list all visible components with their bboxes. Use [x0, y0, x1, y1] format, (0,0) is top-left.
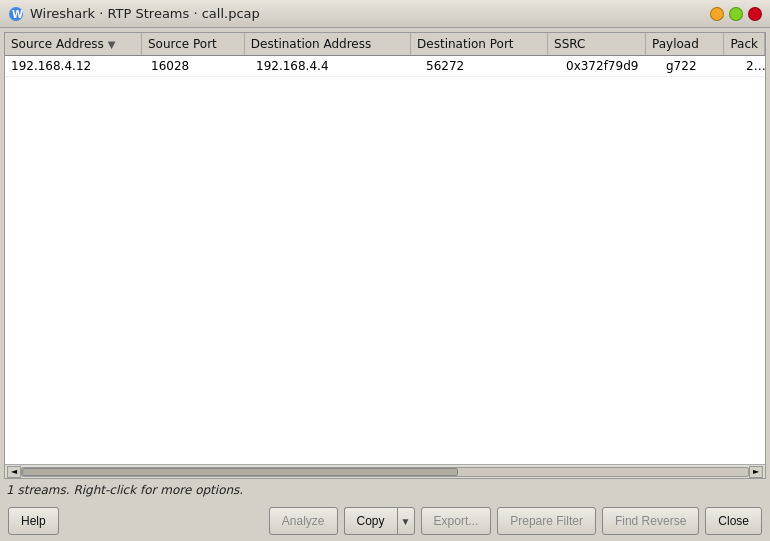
minimize-button[interactable]: [710, 7, 724, 21]
scroll-left-icon: ◄: [11, 467, 17, 476]
status-bar: 1 streams. Right-click for more options.: [0, 479, 770, 501]
window-title: Wireshark · RTP Streams · call.pcap: [30, 6, 260, 21]
maximize-button[interactable]: [729, 7, 743, 21]
title-bar-left: W Wireshark · RTP Streams · call.pcap: [8, 6, 260, 22]
scrollbar-track[interactable]: [21, 467, 749, 477]
table-container: Source Address ▼ Source Port Destination…: [4, 32, 766, 479]
analyze-button[interactable]: Analyze: [269, 507, 338, 535]
cell-source-addr: 192.168.4.12: [5, 56, 145, 76]
find-reverse-button[interactable]: Find Reverse: [602, 507, 699, 535]
export-button[interactable]: Export...: [421, 507, 492, 535]
title-bar: W Wireshark · RTP Streams · call.pcap: [0, 0, 770, 28]
cell-dest-port: 56272: [420, 56, 560, 76]
table-body[interactable]: 192.168.4.12 16028 192.168.4.4 56272 0x3…: [5, 56, 765, 464]
scroll-right-icon: ►: [753, 467, 759, 476]
col-header-dest-addr[interactable]: Destination Address: [245, 33, 411, 55]
copy-button-group: Copy ▼: [344, 507, 415, 535]
cell-ssrc: 0x372f79d9: [560, 56, 660, 76]
wireshark-icon: W: [8, 6, 24, 22]
scrollbar-thumb[interactable]: [22, 468, 458, 476]
dropdown-arrow-icon: ▼: [401, 516, 411, 527]
close-button[interactable]: Close: [705, 507, 762, 535]
col-header-source-addr[interactable]: Source Address ▼: [5, 33, 142, 55]
col-header-pack[interactable]: Pack: [724, 33, 765, 55]
scroll-left-button[interactable]: ◄: [7, 466, 21, 478]
copy-dropdown-button[interactable]: ▼: [397, 507, 415, 535]
sort-arrow-icon: ▼: [108, 39, 116, 50]
scroll-right-button[interactable]: ►: [749, 466, 763, 478]
col-header-dest-port[interactable]: Destination Port: [411, 33, 548, 55]
table-row[interactable]: 192.168.4.12 16028 192.168.4.4 56272 0x3…: [5, 56, 765, 77]
col-header-payload[interactable]: Payload: [646, 33, 724, 55]
cell-payload: g722: [660, 56, 740, 76]
table-header: Source Address ▼ Source Port Destination…: [5, 33, 765, 56]
status-text: 1 streams. Right-click for more options.: [6, 483, 243, 497]
copy-button[interactable]: Copy: [344, 507, 397, 535]
title-bar-controls: [710, 7, 762, 21]
horizontal-scrollbar[interactable]: ◄ ►: [5, 464, 765, 478]
cell-dest-addr: 192.168.4.4: [250, 56, 420, 76]
col-header-source-port[interactable]: Source Port: [142, 33, 245, 55]
cell-pack: 2449: [740, 56, 765, 76]
prepare-filter-button[interactable]: Prepare Filter: [497, 507, 596, 535]
help-button[interactable]: Help: [8, 507, 59, 535]
col-header-ssrc[interactable]: SSRC: [548, 33, 646, 55]
main-content: Source Address ▼ Source Port Destination…: [0, 28, 770, 541]
svg-text:W: W: [12, 9, 23, 20]
button-bar: Help Analyze Copy ▼ Export... Prepare Fi…: [0, 501, 770, 541]
cell-source-port: 16028: [145, 56, 250, 76]
window-close-button[interactable]: [748, 7, 762, 21]
